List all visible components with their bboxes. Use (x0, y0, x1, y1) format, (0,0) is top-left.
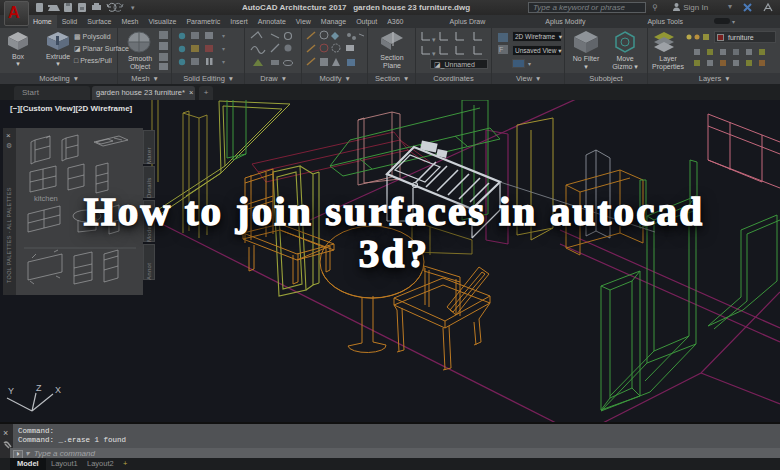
svg-text:▾: ▾ (222, 46, 225, 52)
svg-text:X: X (55, 385, 61, 395)
svg-text:▾: ▾ (222, 33, 225, 39)
svg-text:Z: Z (36, 383, 42, 393)
svg-text:Y: Y (8, 386, 14, 396)
svg-text:▾: ▾ (432, 50, 436, 57)
svg-text:A: A (8, 4, 20, 21)
svg-text:F: F (499, 46, 503, 53)
svg-text:▾: ▾ (432, 36, 436, 43)
svg-text:▾: ▾ (222, 59, 225, 65)
